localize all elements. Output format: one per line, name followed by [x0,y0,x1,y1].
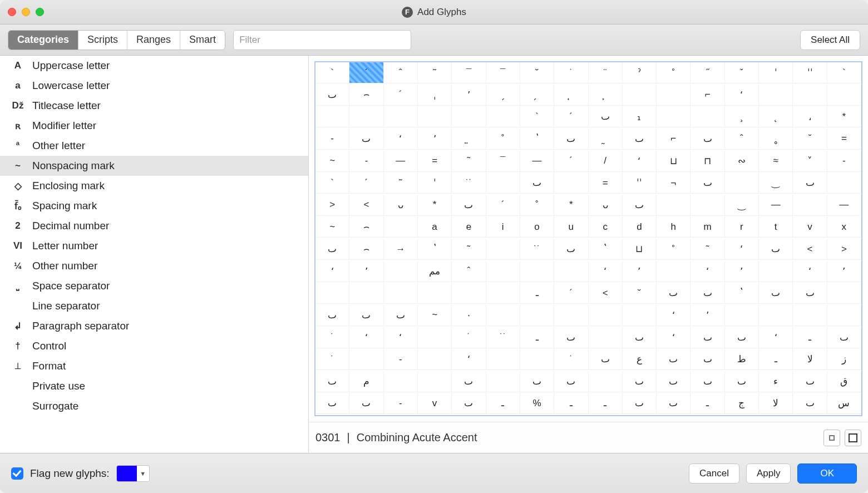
glyph-cell[interactable]: ´ [554,151,588,172]
glyph-cell[interactable] [486,349,520,370]
glyph-cell[interactable]: v [418,393,452,414]
glyph-cell[interactable]: ˌ [418,85,452,106]
glyph-cell[interactable]: ٮ [691,283,724,304]
glyph-cell[interactable]: a [418,216,452,238]
glyph-cell[interactable]: ¯ [452,62,486,83]
category-item[interactable]: ↲Paragraph separator [0,316,308,336]
glyph-cell[interactable]: — [384,151,418,172]
glyph-cell[interactable]: h [657,216,691,238]
glyph-cell[interactable]: ˚ [520,195,554,216]
glyph-cell[interactable] [725,172,759,194]
glyph-cell[interactable]: ء [759,371,793,392]
category-item[interactable]: ʀModifier letter [0,116,308,136]
large-cell-view[interactable] [845,430,861,446]
glyph-cell[interactable]: ˚ [486,129,520,150]
glyph-cell[interactable]: ⊔ [623,239,657,260]
glyph-cell[interactable] [418,106,452,127]
glyph-cell[interactable]: ٮ [691,371,724,392]
glyph-cell[interactable]: ʻ [793,261,827,282]
glyph-cell[interactable]: d [623,216,657,238]
glyph-cell[interactable]: ´ [554,106,588,127]
glyph-cell[interactable]: ˆ [725,129,759,150]
glyph-cell[interactable]: > [827,239,861,260]
glyph-cell[interactable]: ٮ [315,239,349,260]
glyph-cell[interactable] [486,305,520,326]
glyph-cell[interactable]: ̰ [589,129,623,150]
glyph-cell[interactable]: ق [827,371,861,392]
glyph-cell[interactable]: ʼ [691,305,724,326]
glyph-cell[interactable] [520,349,554,370]
category-item[interactable]: AUppercase letter [0,56,308,76]
tab-ranges[interactable]: Ranges [127,31,180,50]
glyph-cell[interactable]: ٮ [349,129,383,150]
glyph-cell[interactable]: - [315,129,349,150]
glyph-cell[interactable] [384,261,418,282]
glyph-cell[interactable]: - [827,151,861,172]
glyph-cell[interactable]: — [759,195,793,216]
glyph-cell[interactable]: ˇ [793,129,827,150]
glyph-cell[interactable] [349,349,383,370]
glyph-cell[interactable]: ʻ [315,261,349,282]
glyph-cell[interactable]: — [827,195,861,216]
glyph-cell[interactable]: ٮ [589,349,623,370]
glyph-cell[interactable]: ـ [486,393,520,414]
small-cell-view[interactable] [823,430,840,446]
apply-button[interactable]: Apply [746,464,791,484]
glyph-cell[interactable]: % [520,393,554,414]
glyph-cell[interactable] [691,195,724,216]
glyph-cell[interactable]: t [759,216,793,238]
glyph-cell[interactable]: ـ [589,393,623,414]
glyph-cell[interactable]: ˇ [725,62,759,83]
glyph-cell[interactable]: ٮ [554,129,588,150]
glyph-cell[interactable] [349,283,383,304]
glyph-cell[interactable]: - [349,151,383,172]
glyph-cell[interactable]: ٮ [657,283,691,304]
glyph-cell[interactable]: ـ [691,393,724,414]
glyph-cell[interactable]: ٮ [827,327,861,348]
glyph-cell[interactable]: ˙˙ [452,172,486,194]
glyph-cell[interactable] [554,172,588,194]
glyph-cell[interactable]: ʼ [452,85,486,106]
glyph-cell[interactable] [486,261,520,282]
glyph-cell[interactable]: ` [315,62,349,83]
category-item[interactable]: †Control [0,336,308,356]
glyph-cell[interactable]: → [384,239,418,260]
glyph-cell[interactable]: ʻ [759,327,793,348]
glyph-cell[interactable]: ¯ [486,151,520,172]
glyph-cell[interactable]: - [384,349,418,370]
glyph-cell[interactable]: ز [827,349,861,370]
glyph-cell[interactable]: ⊔ [657,151,691,172]
glyph-cell[interactable]: ٮ [691,349,724,370]
category-item[interactable]: Line separator [0,296,308,316]
glyph-cell[interactable]: ٮ [691,172,724,194]
glyph-cell[interactable] [418,371,452,392]
glyph-cell[interactable]: ٮ [623,195,657,216]
glyph-cell[interactable]: ≈ [759,151,793,172]
glyph-cell[interactable]: ʻ [452,349,486,370]
glyph-cell[interactable] [349,106,383,127]
glyph-cell[interactable] [793,305,827,326]
glyph-cell[interactable]: ʻ [725,239,759,260]
glyph-cell[interactable]: ٮ [315,393,349,414]
glyph-cell[interactable]: x [827,216,861,238]
filter-input[interactable] [233,30,411,50]
glyph-cell[interactable] [759,85,793,106]
glyph-cell[interactable]: ٮ [452,195,486,216]
glyph-cell[interactable]: ᴗ [589,195,623,216]
glyph-cell[interactable]: ‿ [759,172,793,194]
glyph-cell[interactable]: ˈˈ [623,172,657,194]
glyph-cell[interactable]: = [418,151,452,172]
glyph-cell[interactable]: ٮ [691,327,724,348]
tab-categories[interactable]: Categories [8,31,78,50]
glyph-cell[interactable]: ⌐ [657,129,691,150]
glyph-cell[interactable]: * [554,195,588,216]
glyph-cell[interactable]: m [691,216,724,238]
glyph-cell[interactable]: ۰ [452,305,486,326]
glyph-cell[interactable]: ٮ [315,85,349,106]
glyph-cell[interactable]: ٮ [793,393,827,414]
glyph-cell[interactable]: ¸ [725,106,759,127]
glyph-cell[interactable]: ٮ [759,239,793,260]
glyph-cell[interactable]: ٮ [452,371,486,392]
glyph-cell[interactable] [384,371,418,392]
glyph-cell[interactable]: ~ [418,305,452,326]
